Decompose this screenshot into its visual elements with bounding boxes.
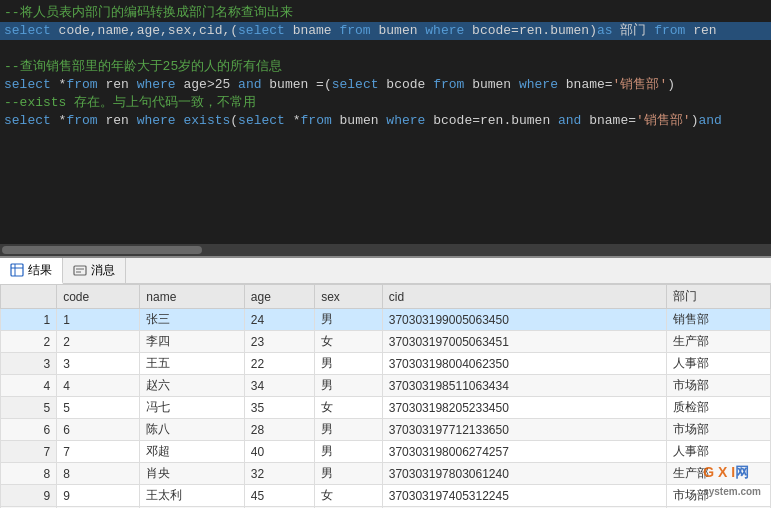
table-cell-6: 生产部 xyxy=(666,331,771,353)
table-cell-0: 7 xyxy=(1,441,57,463)
table-cell-0: 1 xyxy=(1,309,57,331)
table-cell-5: 370303197803061240 xyxy=(382,463,666,485)
col-cid[interactable]: cid xyxy=(382,285,666,309)
table-cell-0: 9 xyxy=(1,485,57,507)
table-row[interactable]: 22李四23女370303197005063451生产部 xyxy=(1,331,771,353)
table-cell-0: 4 xyxy=(1,375,57,397)
tab-messages-label: 消息 xyxy=(91,262,115,279)
table-cell-6: 市场部 xyxy=(666,485,771,507)
table-cell-1: 3 xyxy=(57,353,140,375)
table-cell-3: 35 xyxy=(244,397,314,419)
table-row[interactable]: 88肖央32男370303197803061240生产部 xyxy=(1,463,771,485)
code-scrollbar[interactable] xyxy=(0,244,771,256)
tab-results[interactable]: 结果 xyxy=(0,258,63,284)
table-cell-4: 男 xyxy=(315,441,383,463)
code-line-4: --查询销售部里的年龄大于25岁的人的所有信息 xyxy=(0,58,771,76)
col-dept[interactable]: 部门 xyxy=(666,285,771,309)
table-cell-3: 34 xyxy=(244,375,314,397)
table-cell-4: 女 xyxy=(315,397,383,419)
table-row[interactable]: 77邓超40男370303198006274257人事部 xyxy=(1,441,771,463)
code-line-5: select *from ren where age>25 and bumen … xyxy=(0,76,771,94)
table-cell-1: 8 xyxy=(57,463,140,485)
scrollbar-thumb[interactable] xyxy=(2,246,202,254)
table-cell-5: 370303197712133650 xyxy=(382,419,666,441)
table-cell-3: 23 xyxy=(244,331,314,353)
table-cell-4: 男 xyxy=(315,309,383,331)
table-cell-3: 24 xyxy=(244,309,314,331)
table-row[interactable]: 11张三24男370303199005063450销售部 xyxy=(1,309,771,331)
col-rownum xyxy=(1,285,57,309)
data-table-wrapper[interactable]: code name age sex cid 部门 11张三24男37030319… xyxy=(0,284,771,508)
table-cell-2: 冯七 xyxy=(140,397,244,419)
table-cell-2: 王五 xyxy=(140,353,244,375)
table-cell-5: 370303198205233450 xyxy=(382,397,666,419)
results-panel: 结果 消息 code name age sex cid 部门 xyxy=(0,258,771,508)
table-cell-5: 370303198511063434 xyxy=(382,375,666,397)
code-editor[interactable]: --将人员表内部门的编码转换成部门名称查询出来 select code,name… xyxy=(0,0,771,258)
table-cell-3: 22 xyxy=(244,353,314,375)
table-cell-2: 赵六 xyxy=(140,375,244,397)
table-cell-3: 28 xyxy=(244,419,314,441)
table-cell-4: 男 xyxy=(315,419,383,441)
table-cell-3: 40 xyxy=(244,441,314,463)
table-cell-6: 人事部 xyxy=(666,353,771,375)
table-body: 11张三24男370303199005063450销售部22李四23女37030… xyxy=(1,309,771,509)
col-age[interactable]: age xyxy=(244,285,314,309)
table-row[interactable]: 55冯七35女370303198205233450质检部 xyxy=(1,397,771,419)
code-line-2: select code,name,age,sex,cid,(select bna… xyxy=(0,22,771,40)
table-cell-2: 肖央 xyxy=(140,463,244,485)
table-row[interactable]: 66陈八28男370303197712133650市场部 xyxy=(1,419,771,441)
table-cell-3: 32 xyxy=(244,463,314,485)
table-row[interactable]: 44赵六34男370303198511063434市场部 xyxy=(1,375,771,397)
svg-rect-3 xyxy=(74,266,86,275)
table-cell-0: 6 xyxy=(1,419,57,441)
table-cell-2: 张三 xyxy=(140,309,244,331)
table-cell-1: 7 xyxy=(57,441,140,463)
svg-rect-0 xyxy=(11,264,23,276)
code-line-7: select *from ren where exists(select *fr… xyxy=(0,112,771,130)
table-cell-6: 市场部 xyxy=(666,375,771,397)
table-cell-5: 370303198004062350 xyxy=(382,353,666,375)
table-cell-6: 销售部 xyxy=(666,309,771,331)
table-row[interactable]: 99王太利45女370303197405312245市场部 xyxy=(1,485,771,507)
table-cell-5: 370303197405312245 xyxy=(382,485,666,507)
table-cell-1: 6 xyxy=(57,419,140,441)
table-cell-6: 质检部 xyxy=(666,397,771,419)
table-cell-0: 3 xyxy=(1,353,57,375)
table-cell-5: 370303198006274257 xyxy=(382,441,666,463)
table-cell-2: 李四 xyxy=(140,331,244,353)
table-cell-5: 370303199005063450 xyxy=(382,309,666,331)
code-line-3 xyxy=(0,40,771,58)
table-cell-4: 男 xyxy=(315,353,383,375)
table-cell-0: 5 xyxy=(1,397,57,419)
table-cell-3: 45 xyxy=(244,485,314,507)
table-cell-5: 370303197005063451 xyxy=(382,331,666,353)
table-cell-6: 市场部 xyxy=(666,419,771,441)
table-cell-1: 5 xyxy=(57,397,140,419)
table-cell-2: 陈八 xyxy=(140,419,244,441)
table-cell-4: 男 xyxy=(315,375,383,397)
table-cell-1: 4 xyxy=(57,375,140,397)
tabs-row: 结果 消息 xyxy=(0,258,771,284)
table-cell-2: 邓超 xyxy=(140,441,244,463)
table-row[interactable]: 33王五22男370303198004062350人事部 xyxy=(1,353,771,375)
table-icon xyxy=(10,263,24,277)
col-sex[interactable]: sex xyxy=(315,285,383,309)
table-header-row: code name age sex cid 部门 xyxy=(1,285,771,309)
table-cell-1: 9 xyxy=(57,485,140,507)
table-cell-0: 2 xyxy=(1,331,57,353)
code-line-1: --将人员表内部门的编码转换成部门名称查询出来 xyxy=(0,4,771,22)
table-cell-0: 8 xyxy=(1,463,57,485)
table-cell-6: 生产部 xyxy=(666,463,771,485)
table-cell-1: 2 xyxy=(57,331,140,353)
data-table: code name age sex cid 部门 11张三24男37030319… xyxy=(0,284,771,508)
table-cell-4: 女 xyxy=(315,485,383,507)
table-cell-2: 王太利 xyxy=(140,485,244,507)
tab-messages[interactable]: 消息 xyxy=(63,258,126,284)
code-line-6: --exists 存在。与上句代码一致，不常用 xyxy=(0,94,771,112)
col-code[interactable]: code xyxy=(57,285,140,309)
col-name[interactable]: name xyxy=(140,285,244,309)
table-cell-4: 女 xyxy=(315,331,383,353)
table-cell-6: 人事部 xyxy=(666,441,771,463)
message-icon xyxy=(73,264,87,278)
